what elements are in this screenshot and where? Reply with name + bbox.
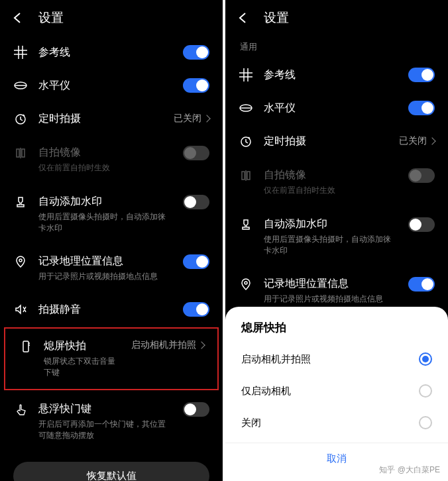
mute-icon xyxy=(13,302,28,317)
toggle-geo[interactable] xyxy=(408,277,435,292)
timer-icon xyxy=(239,134,253,148)
level-icon xyxy=(239,101,253,115)
timer-value: 已关闭 xyxy=(399,135,435,147)
row-watermark[interactable]: 自动添加水印使用后置摄像头拍摄时，自动添加徕卡水印 xyxy=(225,207,448,267)
row-float[interactable]: 悬浮快门键开启后可再添加一个快门键，其位置可随意拖动摆放 xyxy=(0,392,223,452)
sheet-option-2[interactable]: 仅启动相机 xyxy=(225,375,448,407)
highlight-box: 熄屏快拍锁屏状态下双击音量下键 启动相机并拍照 xyxy=(4,327,219,390)
toggle-level[interactable] xyxy=(408,101,435,115)
toggle-gridlines[interactable] xyxy=(183,45,209,60)
row-quickshot[interactable]: 熄屏快拍锁屏状态下双击音量下键 启动相机并拍照 xyxy=(5,329,217,389)
toggle-watermark[interactable] xyxy=(183,195,209,209)
row-timer[interactable]: 定时拍摄 已关闭 xyxy=(225,125,448,158)
right-screen: 设置 通用 参考线 水平仪 定时拍摄 已关闭 自拍镜像仅在前置自拍时生效 自动添… xyxy=(225,0,448,481)
page-title: 设置 xyxy=(264,9,289,27)
stamp-icon xyxy=(13,195,28,209)
phone-icon xyxy=(19,339,33,354)
toggle-level[interactable] xyxy=(183,78,209,93)
row-timer[interactable]: 定时拍摄 已关闭 xyxy=(0,102,223,135)
toggle-mute[interactable] xyxy=(183,302,209,317)
row-gridlines[interactable]: 参考线 xyxy=(0,36,223,69)
left-screen: 设置 参考线 水平仪 定时拍摄 已关闭 自拍镜像仅在前置自拍时生效 自动添加水印… xyxy=(0,0,223,481)
restore-button[interactable]: 恢复默认值 xyxy=(13,462,209,481)
mirror-icon xyxy=(13,146,28,160)
bottom-sheet: 熄屏快拍 启动相机并拍照 仅启动相机 关闭 取消 xyxy=(225,307,448,481)
svg-point-8 xyxy=(245,282,247,284)
location-icon xyxy=(13,254,28,269)
row-gridlines[interactable]: 参考线 xyxy=(225,58,448,91)
timer-icon xyxy=(13,111,28,126)
row-mute[interactable]: 拍摄静音 xyxy=(0,293,223,326)
row-geo[interactable]: 记录地理位置信息用于记录照片或视频拍摄地点信息 xyxy=(0,244,223,293)
toggle-mirror xyxy=(408,168,435,183)
stamp-icon xyxy=(239,217,253,232)
row-level[interactable]: 水平仪 xyxy=(0,69,223,102)
chevron-right-icon xyxy=(428,137,435,144)
radio-icon xyxy=(419,416,432,429)
row-watermark[interactable]: 自动添加水印使用后置摄像头拍摄时，自动添加徕卡水印 xyxy=(0,184,223,244)
svg-rect-4 xyxy=(23,341,28,352)
toggle-watermark[interactable] xyxy=(408,217,435,232)
radio-icon xyxy=(419,384,432,398)
back-icon[interactable] xyxy=(236,11,251,25)
mirror-icon xyxy=(239,168,253,183)
toggle-gridlines[interactable] xyxy=(408,68,435,82)
svg-point-3 xyxy=(19,259,22,262)
tap-icon xyxy=(13,402,28,417)
row-level[interactable]: 水平仪 xyxy=(225,91,448,125)
back-icon[interactable] xyxy=(11,11,25,25)
grid-icon xyxy=(239,68,253,82)
sheet-option-1[interactable]: 启动相机并拍照 xyxy=(225,343,448,375)
row-mirror: 自拍镜像仅在前置自拍时生效 xyxy=(0,135,223,184)
row-mirror: 自拍镜像仅在前置自拍时生效 xyxy=(225,158,448,207)
toggle-float[interactable] xyxy=(183,402,209,417)
toggle-geo[interactable] xyxy=(183,254,209,269)
page-title: 设置 xyxy=(38,9,64,27)
location-icon xyxy=(239,277,253,292)
watermark-text: 知乎 @大白菜PE xyxy=(379,464,440,476)
header: 设置 xyxy=(225,0,448,36)
header: 设置 xyxy=(0,0,223,36)
toggle-mirror xyxy=(183,146,209,160)
level-icon xyxy=(13,78,28,93)
grid-icon xyxy=(13,45,28,60)
quick-value: 启动相机并拍照 xyxy=(131,339,204,351)
chevron-right-icon xyxy=(203,115,210,122)
timer-value: 已关闭 xyxy=(174,113,209,125)
chevron-right-icon xyxy=(197,342,205,349)
radio-selected-icon xyxy=(419,352,432,366)
sheet-option-3[interactable]: 关闭 xyxy=(225,407,448,439)
section-general: 通用 xyxy=(225,36,448,58)
sheet-title: 熄屏快拍 xyxy=(225,320,448,343)
